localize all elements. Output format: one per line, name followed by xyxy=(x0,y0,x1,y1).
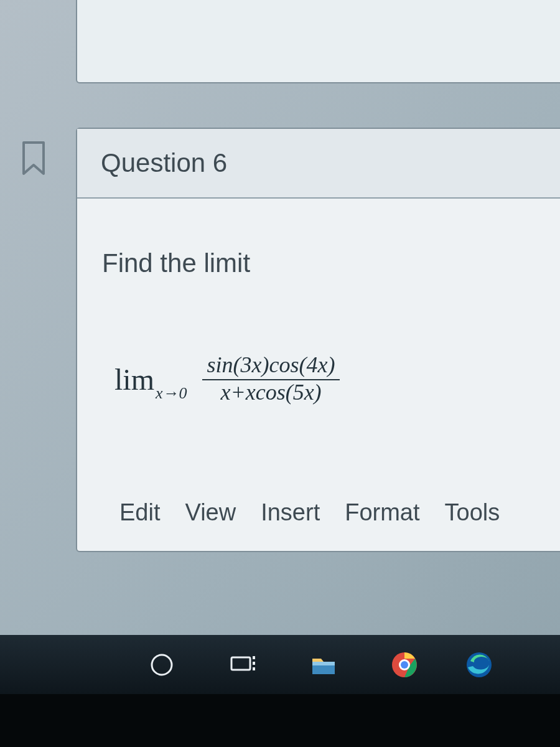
menu-insert[interactable]: Insert xyxy=(261,499,320,526)
svg-rect-6 xyxy=(312,662,335,665)
flag-question-icon[interactable] xyxy=(19,140,49,177)
cortana-icon[interactable] xyxy=(140,643,184,687)
file-explorer-icon[interactable] xyxy=(302,643,345,687)
chrome-icon[interactable] xyxy=(383,643,426,687)
task-view-icon[interactable] xyxy=(221,643,264,687)
menu-view[interactable]: View xyxy=(185,499,236,526)
menu-tools[interactable]: Tools xyxy=(445,499,500,526)
laptop-bezel xyxy=(0,694,560,747)
svg-rect-4 xyxy=(253,667,255,670)
menu-edit[interactable]: Edit xyxy=(119,499,160,526)
svg-point-0 xyxy=(152,655,172,675)
windows-taskbar xyxy=(0,635,560,694)
fraction: sin(3x)cos(4x) x+xcos(5x) xyxy=(202,353,340,406)
question-prompt: Find the limit xyxy=(102,248,560,278)
lim-label: lim xyxy=(114,362,154,397)
svg-rect-2 xyxy=(253,656,255,659)
fraction-numerator: sin(3x)cos(4x) xyxy=(202,353,340,379)
edge-icon[interactable] xyxy=(457,643,501,687)
fraction-denominator: x+xcos(5x) xyxy=(215,380,326,406)
limit-expression: lim x→0 sin(3x)cos(4x) x+xcos(5x) xyxy=(114,353,560,406)
previous-question-panel xyxy=(76,0,560,83)
question-header: Question 6 xyxy=(77,129,560,199)
question-panel: Question 6 Find the limit lim x→0 sin(3x… xyxy=(76,128,560,552)
svg-rect-3 xyxy=(253,662,255,665)
question-title: Question 6 xyxy=(101,148,227,178)
question-body: Find the limit lim x→0 sin(3x)cos(4x) x+… xyxy=(77,199,560,551)
menu-format[interactable]: Format xyxy=(345,499,419,526)
svg-rect-1 xyxy=(231,657,250,670)
lim-subscript: x→0 xyxy=(156,384,187,403)
svg-point-9 xyxy=(401,661,408,669)
editor-menubar: Edit View Insert Format Tools xyxy=(119,499,560,526)
